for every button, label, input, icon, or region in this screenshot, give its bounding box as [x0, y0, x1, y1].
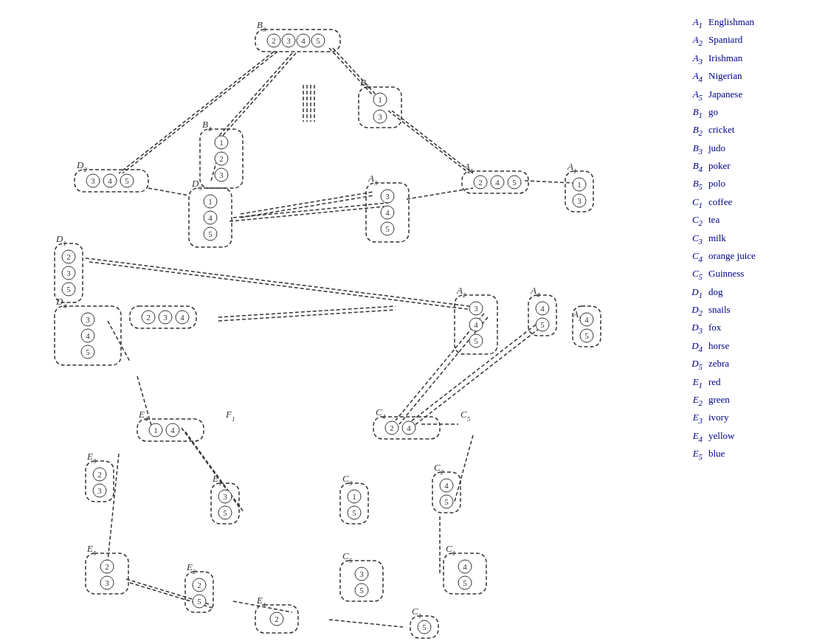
legend-item: E4yellow — [673, 429, 821, 445]
node-C1: 4 5 C1 — [444, 543, 486, 594]
legend-area: A1EnglishmanA2SpaniardA3IrishmanA4Nigeri… — [666, 0, 828, 644]
svg-text:4: 4 — [170, 426, 175, 434]
node-E2: 2 5 E2 — [185, 561, 213, 612]
legend-val: Guinness — [708, 266, 744, 281]
svg-text:E3: E3 — [86, 451, 97, 465]
legend-key: D2 — [673, 302, 703, 319]
legend-item: B3judo — [673, 141, 821, 157]
legend-item: D2snails — [673, 302, 821, 319]
legend-key: A2 — [673, 32, 703, 49]
svg-line-13 — [233, 203, 388, 218]
legend-key: B1 — [673, 105, 703, 121]
svg-text:D3: D3 — [191, 178, 202, 192]
node-E1: 3 5 E1 — [211, 473, 239, 524]
node-E1b: 2 E1 — [255, 595, 298, 633]
svg-text:E1: E1 — [212, 473, 221, 487]
svg-line-25 — [455, 435, 473, 502]
svg-text:3: 3 — [577, 196, 582, 205]
svg-text:C3: C3 — [342, 473, 353, 487]
svg-text:3: 3 — [385, 192, 390, 201]
svg-text:4: 4 — [86, 331, 90, 340]
svg-line-5 — [333, 48, 377, 96]
svg-text:1: 1 — [378, 95, 382, 104]
legend-val: polo — [708, 176, 725, 191]
svg-text:2: 2 — [66, 252, 71, 261]
svg-text:4: 4 — [108, 176, 112, 185]
svg-text:4: 4 — [444, 481, 449, 490]
legend-key: C2 — [673, 212, 703, 229]
legend-item: E5blue — [673, 446, 821, 463]
svg-text:1: 1 — [219, 138, 224, 147]
svg-text:2: 2 — [219, 154, 224, 163]
svg-text:1: 1 — [352, 492, 356, 501]
svg-text:4: 4 — [463, 562, 467, 571]
svg-line-17 — [89, 262, 473, 310]
svg-text:4: 4 — [208, 213, 213, 222]
svg-text:A3: A3 — [368, 173, 378, 187]
svg-text:2: 2 — [390, 423, 394, 432]
svg-line-27 — [329, 620, 403, 627]
legend-key: D5 — [673, 356, 703, 373]
legend-val: coffee — [708, 195, 732, 210]
svg-line-2 — [218, 53, 292, 136]
legend-key: A3 — [673, 51, 703, 67]
legend-key: A1 — [673, 15, 703, 31]
svg-text:5: 5 — [463, 578, 467, 587]
svg-text:2: 2 — [146, 313, 151, 322]
legend-val: tea — [708, 212, 720, 227]
node-D4: 3 4 5 D4 — [55, 296, 121, 365]
svg-text:3: 3 — [219, 170, 224, 179]
svg-text:4: 4 — [301, 36, 306, 45]
legend-key: E4 — [673, 429, 703, 445]
legend-val: poker — [708, 159, 731, 173]
svg-text:4: 4 — [495, 178, 500, 187]
legend-val: green — [708, 392, 730, 407]
legend-item: E2green — [673, 392, 821, 409]
svg-text:3: 3 — [66, 269, 71, 277]
svg-line-28 — [396, 314, 484, 420]
label-F1: F1 — [225, 409, 235, 423]
legend-val: red — [708, 375, 721, 389]
legend-key: E2 — [673, 392, 703, 409]
legend-item: C4orange juice — [673, 249, 821, 265]
svg-text:5: 5 — [385, 224, 390, 233]
svg-text:5: 5 — [197, 597, 201, 606]
svg-text:5: 5 — [316, 36, 320, 45]
legend-item: B5polo — [673, 176, 821, 193]
svg-text:5: 5 — [584, 331, 589, 340]
legend-val: horse — [708, 339, 729, 353]
legend-item: B1go — [673, 105, 821, 121]
svg-text:2: 2 — [105, 562, 109, 571]
node-D5: 2 3 4 — [130, 306, 196, 328]
svg-text:3: 3 — [286, 36, 291, 45]
svg-text:E1: E1 — [256, 595, 266, 609]
legend-val: zebra — [708, 356, 729, 371]
legend-val: blue — [708, 446, 725, 461]
svg-line-14 — [230, 207, 384, 221]
svg-text:1: 1 — [153, 426, 158, 434]
legend-val: Irishman — [708, 51, 742, 66]
legend-item: E3ivory — [673, 410, 821, 426]
svg-text:5: 5 — [223, 508, 227, 517]
legend-item: C3milk — [673, 231, 821, 247]
svg-text:4: 4 — [407, 423, 411, 432]
svg-text:4: 4 — [385, 208, 390, 217]
node-E3: 2 3 E3 — [86, 451, 114, 502]
legend-key: D3 — [673, 320, 703, 336]
svg-line-29 — [399, 317, 488, 424]
legend-val: yellow — [708, 429, 734, 443]
svg-line-3 — [222, 53, 296, 136]
svg-text:E5: E5 — [86, 543, 97, 557]
svg-text:4: 4 — [474, 320, 478, 329]
node-C5b: 3 5 C5 — [340, 550, 383, 601]
legend-val: cricket — [708, 122, 734, 137]
legend-val: Nigerian — [708, 69, 742, 83]
node-D2: 3 4 5 D2 — [75, 159, 148, 192]
svg-text:5: 5 — [208, 229, 213, 238]
svg-line-16 — [86, 258, 469, 306]
svg-text:1: 1 — [208, 197, 213, 206]
legend-val: Englishman — [708, 15, 754, 30]
legend-item: B2cricket — [673, 122, 821, 139]
svg-text:5: 5 — [540, 320, 545, 329]
svg-text:2: 2 — [197, 581, 201, 589]
